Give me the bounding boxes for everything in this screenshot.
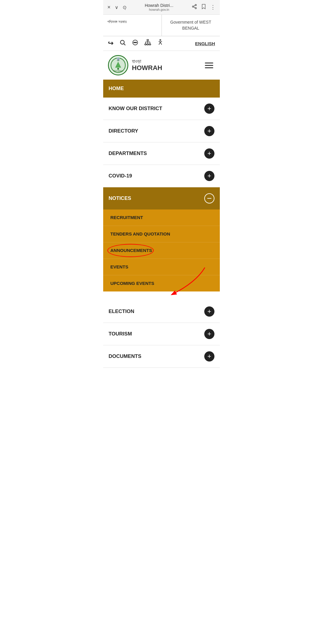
expand-icon-know[interactable]: + bbox=[204, 104, 214, 114]
address-bar[interactable]: Howrah Distri... howrah.gov.in bbox=[129, 3, 189, 11]
nav-item-covid19[interactable]: COVID-19 + bbox=[103, 165, 220, 187]
notices-section: NOTICES − RECRUITMENT TENDERS AND QUOTAT… bbox=[103, 187, 220, 291]
nav-item-election[interactable]: ELECTION + bbox=[103, 300, 220, 323]
submenu-item-announcements-label: ANNOUNCEMENTS bbox=[110, 248, 152, 253]
bengali-gov-text: পশ্চিমবঙ্গ সরকার bbox=[103, 15, 162, 36]
svg-point-8 bbox=[134, 42, 135, 43]
nav-item-documents[interactable]: DOCUMENTS + bbox=[103, 345, 220, 368]
site-logo: 🏛 WEST BENGAL bbox=[108, 55, 128, 75]
submenu-item-upcoming-events-label: UPCOMING EVENTS bbox=[110, 281, 154, 286]
expand-icon-departments[interactable]: + bbox=[204, 148, 214, 159]
svg-rect-13 bbox=[147, 44, 149, 45]
submenu-item-tenders-label: TENDERS AND QUOTATION bbox=[110, 231, 170, 236]
expand-icon-documents[interactable]: + bbox=[204, 351, 214, 362]
logo-inner: 🏛 WEST BENGAL bbox=[109, 57, 127, 74]
expand-icon-election[interactable]: + bbox=[204, 306, 214, 317]
nav-item-notices[interactable]: NOTICES − bbox=[103, 187, 220, 209]
nav-item-home-label: HOME bbox=[109, 86, 124, 92]
hamburger-line bbox=[205, 63, 213, 63]
nav-item-directory-label: DIRECTORY bbox=[109, 128, 138, 134]
nav-item-tourism[interactable]: TOURISM + bbox=[103, 323, 220, 345]
expand-icon-covid[interactable]: + bbox=[204, 171, 214, 181]
nav-item-directory[interactable]: DIRECTORY + bbox=[103, 120, 220, 142]
site-name-bengali: হাওড়া bbox=[132, 59, 162, 64]
accessibility-icon[interactable] bbox=[157, 39, 164, 48]
site-name: হাওড়া HOWRAH bbox=[132, 59, 162, 72]
language-toggle[interactable]: ENGLISH bbox=[195, 41, 215, 46]
hamburger-line bbox=[205, 65, 213, 66]
bookmark-icon[interactable] bbox=[201, 4, 206, 11]
utility-navigation: ↩ bbox=[103, 36, 220, 51]
close-icon[interactable]: × bbox=[107, 4, 111, 10]
nav-item-notices-label: NOTICES bbox=[109, 195, 131, 201]
nav-item-documents-label: DOCUMENTS bbox=[109, 353, 141, 359]
share-icon[interactable] bbox=[192, 4, 197, 11]
nav-item-covid-label: COVID-19 bbox=[109, 173, 132, 179]
site-header: 🏛 WEST BENGAL হাওড়া HOWRAH bbox=[103, 51, 220, 80]
more-options-icon[interactable]: ⋮ bbox=[210, 4, 216, 10]
submenu-item-tenders[interactable]: TENDERS AND QUOTATION bbox=[103, 226, 220, 242]
svg-line-6 bbox=[124, 44, 125, 45]
svg-rect-14 bbox=[149, 44, 151, 45]
svg-point-20 bbox=[160, 40, 161, 41]
sitemap-icon[interactable] bbox=[144, 39, 151, 48]
english-gov-text: Government of WEST BENGAL bbox=[162, 15, 220, 36]
government-header: পশ্চিমবঙ্গ সরকার Government of WEST BENG… bbox=[103, 15, 220, 36]
svg-text:WEST BENGAL: WEST BENGAL bbox=[113, 70, 123, 72]
hamburger-menu-button[interactable] bbox=[203, 61, 215, 70]
hamburger-line bbox=[205, 67, 213, 68]
svg-rect-11 bbox=[147, 40, 149, 41]
nav-item-election-label: ELECTION bbox=[109, 309, 134, 315]
submenu-item-recruitment-label: RECRUITMENT bbox=[110, 215, 143, 220]
browser-chrome-bar: × ∨ ⊙̣ Howrah Distri... howrah.gov.in ⋮ bbox=[103, 0, 220, 15]
nav-item-know-label: KNOW OUR DISTRICT bbox=[109, 106, 162, 112]
logo-area: 🏛 WEST BENGAL হাওড়া HOWRAH bbox=[108, 55, 162, 75]
expand-icon-directory[interactable]: + bbox=[204, 126, 214, 136]
submenu-item-events[interactable]: EVENTS bbox=[103, 259, 220, 275]
search-icon[interactable] bbox=[119, 39, 126, 48]
svg-line-3 bbox=[194, 7, 195, 8]
svg-point-10 bbox=[136, 42, 137, 43]
notices-submenu: RECRUITMENT TENDERS AND QUOTATION ANNOUN… bbox=[103, 209, 220, 291]
nav-item-tourism-label: TOURISM bbox=[109, 331, 132, 337]
collapse-icon-notices[interactable]: − bbox=[204, 193, 214, 203]
svg-text:🏛: 🏛 bbox=[117, 59, 119, 61]
browser-action-controls: ⋮ bbox=[192, 4, 216, 11]
expand-icon-tourism[interactable]: + bbox=[204, 329, 214, 339]
site-url: howrah.gov.in bbox=[129, 8, 189, 11]
submenu-item-announcements[interactable]: ANNOUNCEMENTS bbox=[103, 242, 220, 259]
back-icon[interactable]: ↩ bbox=[108, 40, 113, 47]
nav-item-departments-label: DEPARTMENTS bbox=[109, 151, 147, 157]
tabs-icon[interactable]: ⊙̣ bbox=[123, 4, 127, 10]
svg-rect-12 bbox=[145, 44, 147, 45]
chevron-down-icon[interactable]: ∨ bbox=[115, 4, 118, 10]
site-name-english: HOWRAH bbox=[132, 64, 162, 72]
nav-item-departments[interactable]: DEPARTMENTS + bbox=[103, 142, 220, 165]
chat-icon[interactable] bbox=[132, 39, 138, 48]
submenu-item-upcoming-events[interactable]: UPCOMING EVENTS bbox=[103, 275, 220, 291]
site-title: Howrah Distri... bbox=[129, 3, 189, 8]
submenu-item-events-label: EVENTS bbox=[110, 264, 128, 269]
svg-point-1 bbox=[192, 6, 194, 7]
svg-point-0 bbox=[195, 4, 196, 6]
submenu-item-recruitment[interactable]: RECRUITMENT bbox=[103, 209, 220, 226]
browser-nav-controls: × ∨ ⊙̣ bbox=[107, 4, 127, 10]
svg-line-4 bbox=[194, 5, 195, 6]
svg-point-25 bbox=[117, 68, 119, 70]
nav-item-home[interactable]: HOME bbox=[103, 80, 220, 98]
nav-item-know-our-district[interactable]: KNOW OUR DISTRICT + bbox=[103, 98, 220, 120]
svg-point-2 bbox=[195, 7, 196, 9]
svg-point-5 bbox=[121, 40, 124, 44]
svg-point-9 bbox=[135, 42, 136, 43]
